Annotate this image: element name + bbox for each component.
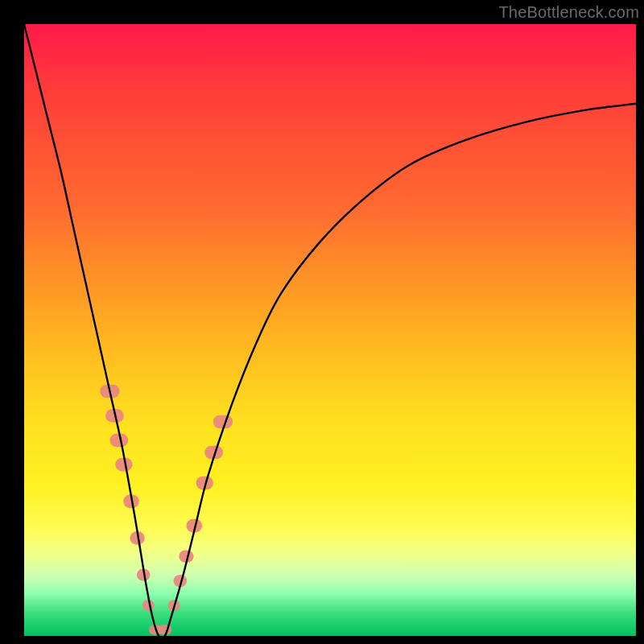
chart-svg — [24, 24, 636, 636]
watermark-text: TheBottleneck.com — [498, 3, 639, 22]
bottleneck-curve — [24, 24, 636, 636]
curve-marker — [196, 477, 213, 490]
curve-marker — [173, 575, 187, 587]
curve-marker — [179, 551, 193, 563]
curve-marker — [204, 446, 223, 460]
markers-group — [100, 385, 233, 635]
curve-marker — [158, 625, 171, 634]
curve-marker — [168, 600, 180, 611]
curve-marker — [137, 568, 151, 580]
curve-marker — [213, 415, 233, 429]
curve-marker — [149, 625, 163, 634]
chart-frame: TheBottleneck.com — [0, 0, 644, 644]
curve-marker — [115, 458, 132, 472]
curve-marker — [105, 409, 124, 423]
curve-marker — [109, 433, 128, 447]
curve-marker — [100, 385, 119, 398]
curve-marker — [142, 600, 155, 611]
plot-area — [24, 24, 636, 636]
curve-marker — [130, 531, 144, 545]
curve-marker — [123, 494, 139, 508]
curve-marker — [186, 519, 202, 533]
